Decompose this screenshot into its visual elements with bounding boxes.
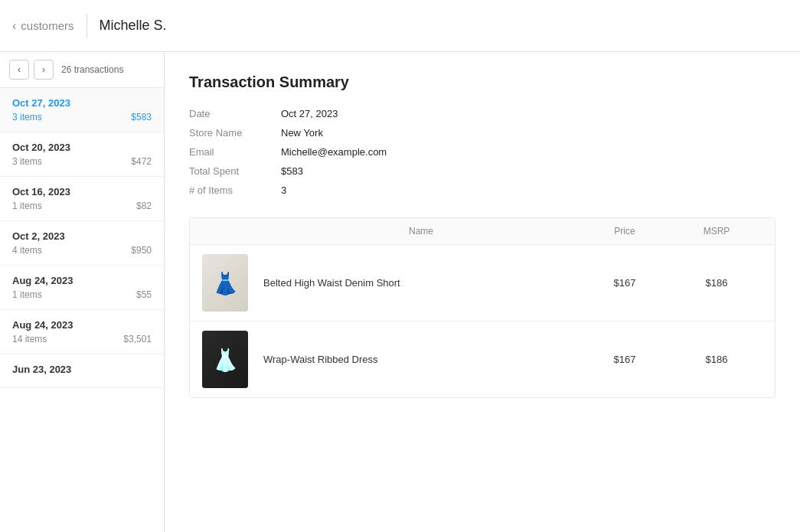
table-row: Belted High Waist Denim Short $167 $186 — [190, 245, 775, 321]
transaction-item[interactable]: Aug 24, 2023 1 items $55 — [0, 266, 164, 310]
date-label: Date — [189, 108, 281, 119]
tx-amount: $55 — [136, 289, 152, 300]
tx-date: Aug 24, 2023 — [12, 275, 152, 286]
back-label: customers — [21, 19, 73, 32]
table-header: Name Price MSRP — [190, 218, 775, 245]
product-msrp: $186 — [671, 354, 762, 365]
tx-items: 3 items — [12, 112, 42, 122]
total-value: $583 — [281, 165, 776, 177]
total-label: Total Spent — [189, 165, 281, 177]
col-msrp: MSRP — [671, 226, 762, 237]
product-price: $167 — [579, 277, 671, 289]
tx-items: 1 items — [12, 289, 42, 300]
tx-date: Oct 2, 2023 — [12, 230, 152, 242]
back-link[interactable]: ‹ customers — [12, 19, 74, 33]
transaction-count: 26 transactions — [61, 64, 123, 75]
tx-amount: $3,501 — [123, 334, 152, 344]
top-header: ‹ customers Michelle S. — [0, 0, 800, 52]
transaction-item[interactable]: Jun 23, 2023 — [0, 354, 164, 388]
product-thumbnail — [202, 254, 248, 312]
items-rows: Belted High Waist Denim Short $167 $186 … — [190, 245, 775, 397]
product-name: Belted High Waist Denim Short — [263, 277, 579, 289]
col-name: Name — [263, 226, 579, 237]
transaction-list-scroll[interactable]: Oct 27, 2023 3 items $583 Oct 20, 2023 3… — [0, 88, 164, 532]
tx-items: 14 items — [12, 334, 47, 344]
store-label: Store Name — [189, 127, 281, 139]
chevron-left-icon: ‹ — [12, 19, 16, 33]
product-msrp: $186 — [671, 277, 762, 289]
next-button[interactable]: › — [34, 60, 54, 80]
prev-button[interactable]: ‹ — [9, 60, 29, 80]
transaction-item[interactable]: Oct 27, 2023 3 items $583 — [0, 88, 164, 132]
main-container: ‹ › 26 transactions Oct 27, 2023 3 items… — [0, 52, 800, 532]
tx-meta: 3 items $583 — [12, 112, 152, 122]
detail-grid: Date Oct 27, 2023 Store Name New York Em… — [189, 108, 776, 196]
store-value: New York — [281, 127, 776, 139]
items-table: Name Price MSRP Belted High Waist Denim … — [189, 217, 776, 398]
items-value: 3 — [281, 184, 776, 196]
table-row: Wrap-Waist Ribbed Dress $167 $186 — [190, 321, 775, 397]
transaction-item[interactable]: Oct 2, 2023 4 items $950 — [0, 221, 164, 266]
col-price: Price — [579, 226, 671, 237]
tx-items: 1 items — [12, 201, 42, 211]
right-panel: Transaction Summary Date Oct 27, 2023 St… — [165, 52, 800, 532]
product-image — [202, 254, 248, 312]
tx-amount: $950 — [131, 245, 152, 256]
tx-meta: 1 items $82 — [12, 201, 152, 211]
tx-amount: $82 — [136, 201, 152, 211]
tx-meta: 4 items $950 — [12, 245, 152, 256]
tx-meta: 14 items $3,501 — [12, 334, 152, 344]
tx-items: 4 items — [12, 245, 42, 256]
tx-items: 3 items — [12, 156, 42, 167]
product-name: Wrap-Waist Ribbed Dress — [263, 354, 579, 365]
tx-date: Oct 27, 2023 — [12, 97, 152, 109]
product-thumbnail — [202, 331, 248, 388]
product-image — [202, 331, 248, 388]
date-value: Oct 27, 2023 — [281, 108, 776, 119]
col-image — [202, 226, 263, 237]
transaction-list: Oct 27, 2023 3 items $583 Oct 20, 2023 3… — [0, 88, 164, 388]
transaction-item[interactable]: Oct 20, 2023 3 items $472 — [0, 132, 164, 177]
tx-date: Oct 20, 2023 — [12, 142, 152, 153]
tx-meta: 1 items $55 — [12, 289, 152, 300]
tx-amount: $472 — [131, 156, 152, 167]
tx-amount: $583 — [131, 112, 152, 122]
items-label: # of Items — [189, 184, 281, 196]
email-value: Michelle@example.com — [281, 146, 776, 158]
section-title: Transaction Summary — [189, 73, 776, 91]
nav-bar: ‹ › 26 transactions — [0, 52, 164, 88]
tx-date: Jun 23, 2023 — [12, 364, 152, 375]
email-label: Email — [189, 146, 281, 158]
tx-meta: 3 items $472 — [12, 156, 152, 167]
customer-name: Michelle S. — [100, 18, 167, 34]
left-panel: ‹ › 26 transactions Oct 27, 2023 3 items… — [0, 52, 165, 532]
product-price: $167 — [579, 354, 671, 365]
header-divider — [87, 14, 87, 38]
transaction-item[interactable]: Oct 16, 2023 1 items $82 — [0, 177, 164, 221]
tx-date: Oct 16, 2023 — [12, 186, 152, 197]
transaction-item[interactable]: Aug 24, 2023 14 items $3,501 — [0, 310, 164, 354]
tx-date: Aug 24, 2023 — [12, 319, 152, 331]
